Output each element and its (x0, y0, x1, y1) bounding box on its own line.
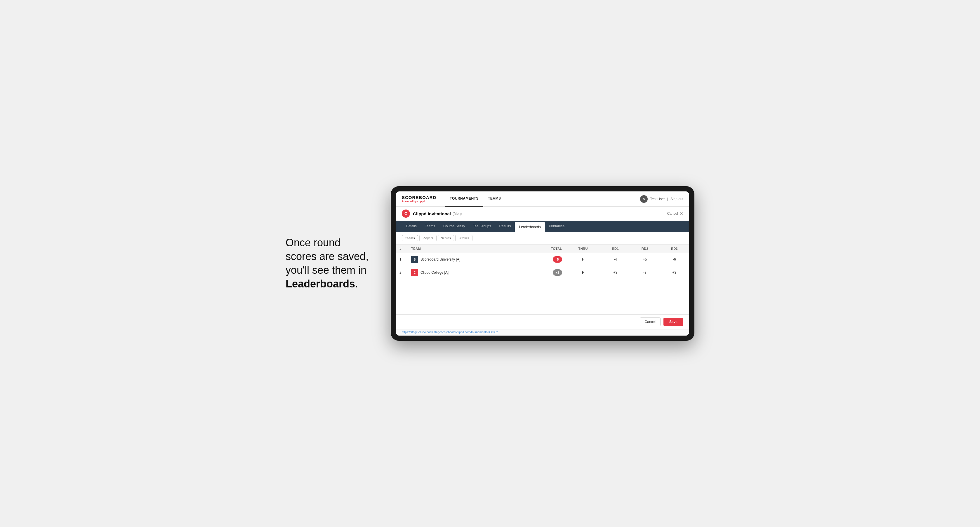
tab-leaderboards[interactable]: Leaderboards (515, 222, 545, 232)
leaderboard-table-container: # TEAM TOTAL THRU RD1 RD2 RD3 1 (396, 244, 689, 279)
cell-rank: 1 (396, 253, 408, 266)
bottom-bar: Cancel Save (396, 314, 689, 329)
tournament-header: C Clippd Invitational (Men) Cancel ✕ (396, 206, 689, 221)
sub-navigation: Details Teams Course Setup Tee Groups Re… (396, 221, 689, 232)
tournament-logo: C (402, 210, 410, 218)
cell-total: -5 (527, 253, 565, 266)
logo-title: SCOREBOARD (402, 195, 436, 200)
tablet-screen: SCOREBOARD Powered by clippd TOURNAMENTS… (396, 191, 689, 336)
tab-course-setup[interactable]: Course Setup (439, 221, 469, 232)
logo-subtitle: Powered by clippd (402, 200, 436, 203)
avatar: S (640, 195, 648, 203)
tournament-gender: (Men) (453, 211, 462, 216)
user-name: Test User (650, 197, 665, 201)
cell-rank: 2 (396, 266, 408, 279)
toggle-players[interactable]: Players (419, 235, 437, 241)
sidebar-text-bold: Leaderboards (286, 278, 355, 290)
table-row: 2 C Clippd College [A] +3 F +8 -8 +3 (396, 266, 689, 279)
leaderboard-table: # TEAM TOTAL THRU RD1 RD2 RD3 1 (396, 244, 689, 279)
cell-rd3: +3 (660, 266, 689, 279)
col-header-rd2: RD2 (630, 244, 660, 253)
url-text: https://stage-blue-coach.stagescoreboard… (402, 331, 498, 334)
cell-thru: F (566, 266, 601, 279)
tab-details[interactable]: Details (402, 221, 421, 232)
col-header-rd1: RD1 (601, 244, 630, 253)
cell-rd2: -8 (630, 266, 660, 279)
sidebar-text-end: . (355, 278, 358, 290)
tablet-device: SCOREBOARD Powered by clippd TOURNAMENTS… (391, 186, 694, 341)
cancel-button[interactable]: Cancel (640, 317, 660, 326)
cell-team: S Scoreboard University [A] (408, 253, 527, 266)
separator: | (667, 197, 668, 201)
nav-teams[interactable]: TEAMS (483, 191, 506, 206)
toggle-strokes[interactable]: Strokes (455, 235, 473, 241)
save-button[interactable]: Save (663, 318, 683, 326)
tab-tee-groups[interactable]: Tee Groups (469, 221, 495, 232)
url-bar: https://stage-blue-coach.stagescoreboard… (396, 329, 689, 336)
cell-rd2: +5 (630, 253, 660, 266)
cell-rd1: +8 (601, 266, 630, 279)
table-row: 1 S Scoreboard University [A] -5 F -4 +5… (396, 253, 689, 266)
col-header-rank: # (396, 244, 408, 253)
col-header-team: TEAM (408, 244, 527, 253)
toggle-teams[interactable]: Teams (402, 235, 418, 241)
logo-area: SCOREBOARD Powered by clippd (402, 195, 436, 203)
toggle-scores[interactable]: Scores (438, 235, 454, 241)
close-icon: ✕ (680, 211, 683, 216)
tab-printables[interactable]: Printables (545, 221, 568, 232)
toggle-row: Teams Players Scores Strokes (396, 232, 689, 244)
nav-links: TOURNAMENTS TEAMS (445, 191, 640, 206)
cell-total: +3 (527, 266, 565, 279)
tab-teams[interactable]: Teams (421, 221, 439, 232)
cell-rd1: -4 (601, 253, 630, 266)
nav-right: S Test User | Sign out (640, 195, 683, 203)
sidebar-text-plain: Once round scores are saved, you'll see … (286, 237, 369, 276)
col-header-total: TOTAL (527, 244, 565, 253)
top-navigation: SCOREBOARD Powered by clippd TOURNAMENTS… (396, 191, 689, 206)
col-header-rd3: RD3 (660, 244, 689, 253)
nav-tournaments[interactable]: TOURNAMENTS (445, 191, 483, 206)
sign-out-link[interactable]: Sign out (670, 197, 683, 201)
cancel-top-button[interactable]: Cancel ✕ (667, 211, 683, 216)
cell-team: C Clippd College [A] (408, 266, 527, 279)
cell-rd3: -6 (660, 253, 689, 266)
cell-thru: F (566, 253, 601, 266)
table-header-row: # TEAM TOTAL THRU RD1 RD2 RD3 (396, 244, 689, 253)
tab-results[interactable]: Results (495, 221, 515, 232)
col-header-thru: THRU (566, 244, 601, 253)
sidebar-description: Once round scores are saved, you'll see … (286, 236, 373, 290)
tournament-name: Clippd Invitational (413, 211, 451, 216)
